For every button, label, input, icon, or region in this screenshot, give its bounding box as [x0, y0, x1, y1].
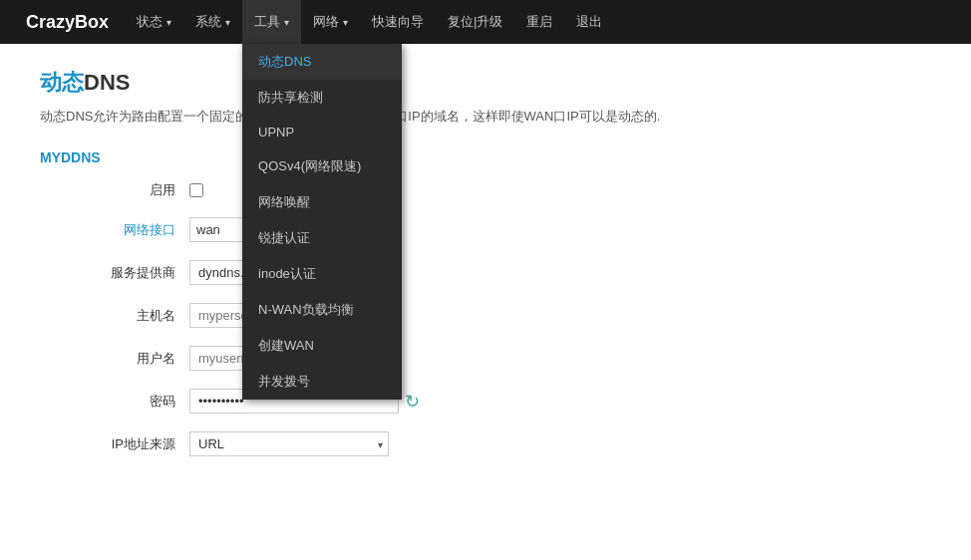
network-input[interactable] — [189, 217, 249, 242]
section-title: MYDDNS — [40, 149, 931, 165]
hostname-label: 主机名 — [100, 307, 189, 325]
enable-row: 启用 — [40, 181, 931, 199]
page-description: 动态DNS允许为路由配置一个固定的可以解析到当前路由WAN口IP的域名，这样即使… — [40, 108, 931, 126]
provider-row: 服务提供商 dyndns.org noip.com 3322.org ▾ — [40, 260, 931, 285]
enable-label: 启用 — [100, 181, 189, 199]
ip-source-select[interactable]: URL WAN口IP 自定义 — [189, 431, 389, 456]
network-label: 网络接口 — [100, 221, 189, 239]
nav-tools[interactable]: 工具 ▾ 动态DNS 防共享检测 UPNP QOSv4(网络限速) 网络唤醒 锐… — [242, 0, 301, 44]
password-label: 密码 — [100, 393, 189, 411]
provider-label: 服务提供商 — [100, 264, 189, 282]
username-row: 用户名 — [40, 346, 931, 371]
nav-restore[interactable]: 复位|升级 — [436, 0, 514, 44]
page-title: 动态DNS — [40, 68, 931, 98]
nav-logout[interactable]: 退出 — [564, 0, 614, 44]
chevron-down-icon: ▾ — [284, 17, 289, 28]
dropdown-item-radius[interactable]: 锐捷认证 — [242, 220, 402, 256]
nav-system[interactable]: 系统 ▾ — [183, 0, 242, 44]
nav-reboot[interactable]: 重启 — [514, 0, 564, 44]
ip-source-label: IP地址来源 — [100, 435, 189, 453]
hostname-row: 主机名 — [40, 303, 931, 328]
chevron-down-icon: ▾ — [166, 17, 171, 28]
password-row: 密码 ↻ — [40, 389, 931, 414]
ip-source-row: IP地址来源 URL WAN口IP 自定义 ▾ — [40, 431, 931, 456]
chevron-down-icon: ▾ — [343, 17, 348, 28]
dropdown-item-create-wan[interactable]: 创建WAN — [242, 328, 402, 364]
main-content: 动态DNS 动态DNS允许为路由配置一个固定的可以解析到当前路由WAN口IP的域… — [0, 44, 971, 560]
brand[interactable]: CrazyBox — [10, 0, 125, 44]
chevron-down-icon: ▾ — [225, 17, 230, 28]
dropdown-item-wake[interactable]: 网络唤醒 — [242, 184, 402, 220]
refresh-icon[interactable]: ↻ — [405, 391, 420, 413]
nav-network[interactable]: 网络 ▾ — [301, 0, 360, 44]
dropdown-item-nwan[interactable]: N-WAN负载均衡 — [242, 292, 402, 328]
ip-source-select-wrapper: URL WAN口IP 自定义 ▾ — [189, 431, 389, 456]
username-label: 用户名 — [100, 350, 189, 368]
tools-dropdown: 动态DNS 防共享检测 UPNP QOSv4(网络限速) 网络唤醒 锐捷认证 i… — [242, 44, 402, 400]
network-row: 网络接口 ? 选择DDN — [40, 217, 931, 242]
dropdown-item-dynamic-dns[interactable]: 动态DNS — [242, 44, 402, 80]
nav-status[interactable]: 状态 ▾ — [125, 0, 183, 44]
dropdown-item-upnp[interactable]: UPNP — [242, 116, 402, 148]
nav-quickwizard[interactable]: 快速向导 — [360, 0, 436, 44]
dropdown-item-inode[interactable]: inode认证 — [242, 256, 402, 292]
dropdown-item-dialup[interactable]: 并发拨号 — [242, 364, 402, 400]
dropdown-item-anti-share[interactable]: 防共享检测 — [242, 80, 402, 116]
enable-checkbox[interactable] — [189, 183, 203, 197]
navbar: CrazyBox 状态 ▾ 系统 ▾ 工具 ▾ 动态DNS 防共享检测 UPNP… — [0, 0, 971, 44]
dropdown-item-qos[interactable]: QOSv4(网络限速) — [242, 148, 402, 184]
